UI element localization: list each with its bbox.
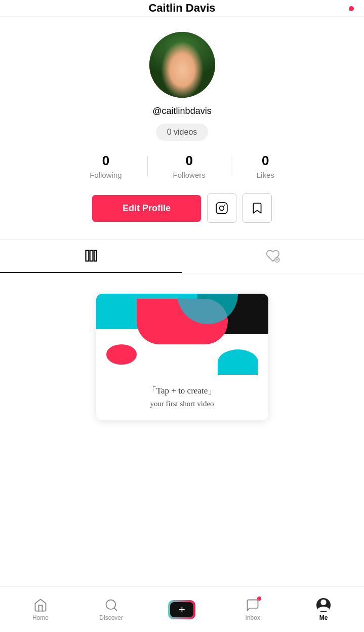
create-section: 「Tap + to create」 your first short video (0, 273, 364, 441)
instagram-button[interactable] (207, 193, 236, 223)
svg-rect-22 (86, 251, 89, 261)
create-sub: your first short video (106, 400, 258, 408)
following-label: Following (90, 171, 122, 179)
page-title: Caitlin Davis (148, 2, 215, 15)
notification-dot (349, 6, 354, 11)
plus-icon: + (179, 604, 185, 615)
profile-section: @caitlinbdavis 0 videos 0 Following 0 Fo… (0, 17, 364, 235)
svg-rect-24 (94, 251, 97, 261)
content-tabs (0, 239, 364, 273)
likes-label: Likes (257, 171, 274, 179)
bookmark-button[interactable] (242, 193, 272, 223)
blob-pink2 (106, 344, 137, 365)
stats-row: 0 Following 0 Followers 0 Likes (12, 153, 352, 179)
create-quote: 「Tap + to create」 (106, 385, 258, 397)
blob-cyan3 (218, 349, 258, 375)
inbox-notification-dot (257, 597, 261, 601)
tab-liked[interactable] (182, 240, 365, 273)
svg-point-20 (220, 206, 224, 211)
following-count: 0 (102, 153, 109, 169)
username: @caitlinbdavis (152, 106, 211, 116)
blob-container (96, 294, 268, 375)
plus-inner: + (170, 602, 193, 617)
nav-home[interactable]: Home (20, 598, 61, 621)
followers-stat[interactable]: 0 Followers (148, 153, 231, 179)
action-row: Edit Profile (92, 193, 272, 223)
likes-stat[interactable]: 0 Likes (231, 153, 300, 179)
nav-discover-label: Discover (99, 614, 123, 621)
video-count-badge: 0 videos (156, 124, 209, 141)
tab-grid[interactable] (0, 240, 182, 273)
create-card[interactable]: 「Tap + to create」 your first short video (96, 294, 268, 420)
likes-count: 0 (262, 153, 269, 169)
bottom-nav: Home Discover + Inbox Me (0, 586, 364, 632)
header: Caitlin Davis (0, 0, 364, 17)
nav-inbox-label: Inbox (246, 614, 260, 621)
svg-line-29 (114, 608, 116, 610)
me-avatar-icon (316, 598, 331, 612)
following-stat[interactable]: 0 Following (64, 153, 147, 179)
svg-rect-23 (90, 251, 93, 261)
nav-inbox[interactable]: Inbox (232, 598, 273, 621)
avatar-image (149, 32, 215, 98)
nav-me[interactable]: Me (303, 598, 344, 621)
svg-rect-19 (216, 203, 227, 214)
create-card-visual (96, 294, 268, 375)
nav-discover[interactable]: Discover (91, 598, 132, 621)
nav-home-label: Home (32, 614, 49, 621)
create-card-body: 「Tap + to create」 your first short video (96, 375, 268, 420)
edit-profile-button[interactable]: Edit Profile (92, 195, 201, 222)
nav-me-label: Me (319, 614, 328, 621)
followers-count: 0 (185, 153, 192, 169)
avatar (149, 32, 215, 98)
nav-create[interactable]: + (161, 600, 202, 619)
followers-label: Followers (173, 171, 206, 179)
create-plus-button[interactable]: + (168, 600, 195, 619)
svg-point-21 (224, 205, 225, 206)
